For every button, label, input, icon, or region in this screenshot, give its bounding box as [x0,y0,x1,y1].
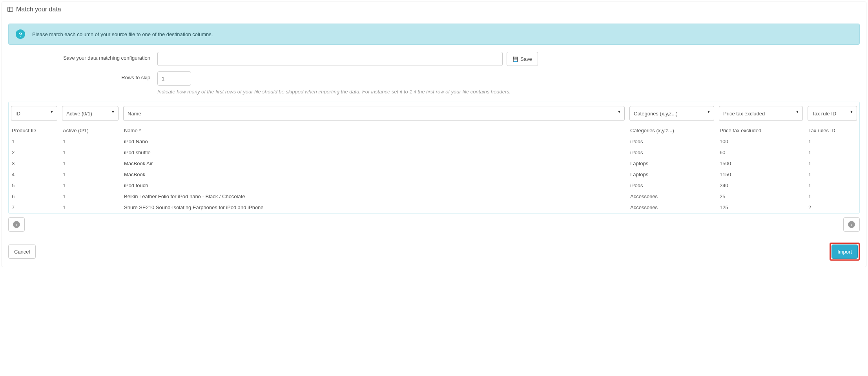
cell-name: iPod Nano [121,136,627,147]
mapping-table-wrap: ID ▼ Active (0/1) ▼ Name [8,102,860,214]
cell-tax: 1 [805,180,859,191]
table-row: 61Belkin Leather Folio for iPod nano - B… [9,191,859,202]
config-name-input[interactable] [157,52,503,66]
column-select-categories[interactable]: Categories (x,y,z...) ▼ [629,106,714,121]
chevron-down-icon: ▼ [795,110,799,114]
header-price: Price tax excluded [717,125,805,136]
save-button-label: Save [520,56,532,62]
rows-skip-input[interactable] [157,71,191,86]
cell-id: 6 [9,191,60,202]
cell-name: iPod touch [121,180,627,191]
cell-active: 1 [60,136,121,147]
cell-id: 4 [9,169,60,180]
cell-active: 1 [60,147,121,158]
cell-name: MacBook Air [121,158,627,169]
cell-active: 1 [60,180,121,191]
chevron-down-icon: ▼ [617,110,621,114]
cell-active: 1 [60,191,121,202]
prev-page-button[interactable]: ‹ [8,217,25,232]
cancel-button[interactable]: Cancel [8,245,36,259]
cell-active: 1 [60,158,121,169]
panel-body: ? Please match each column of your sourc… [2,17,866,238]
cell-tax: 1 [805,169,859,180]
cell-id: 7 [9,202,60,213]
cell-cat: Laptops [627,169,717,180]
table-row: 11iPod NanoiPods1001 [9,136,859,147]
header-categories: Categories (x,y,z...) [627,125,717,136]
cell-active: 1 [60,202,121,213]
cell-tax: 1 [805,136,859,147]
header-name: Name * [121,125,627,136]
alert-text: Please match each column of your source … [32,31,213,37]
column-select-name[interactable]: Name ▼ [123,106,625,121]
cell-id: 3 [9,158,60,169]
cell-tax: 2 [805,202,859,213]
config-row: Save your data matching configuration Sa… [8,52,860,66]
cell-tax: 1 [805,158,859,169]
panel-header: Match your data [2,2,866,17]
chevron-right-icon: › [848,221,855,228]
table-row: 71Shure SE210 Sound-Isolating Earphones … [9,202,859,213]
chevron-down-icon: ▼ [707,110,711,114]
cell-price: 100 [717,136,805,147]
cell-name: Shure SE210 Sound-Isolating Earphones fo… [121,202,627,213]
cell-tax: 1 [805,191,859,202]
next-page-button[interactable]: › [843,217,860,232]
cell-name: MacBook [121,169,627,180]
column-select-id[interactable]: ID ▼ [11,106,57,121]
cell-price: 60 [717,147,805,158]
rows-skip-label: Rows to skip [8,71,157,80]
header-row: Product ID Active (0/1) Name * Categorie… [9,125,859,136]
panel-title: Match your data [16,6,61,13]
cell-cat: iPods [627,180,717,191]
cell-id: 1 [9,136,60,147]
cell-tax: 1 [805,147,859,158]
header-active: Active (0/1) [60,125,121,136]
table-row: 41MacBookLaptops11501 [9,169,859,180]
help-icon: ? [16,29,25,39]
cell-price: 25 [717,191,805,202]
table-icon [7,7,13,12]
cell-name: iPod shuffle [121,147,627,158]
header-product-id: Product ID [9,125,60,136]
header-tax: Tax rules ID [805,125,859,136]
match-data-panel: Match your data ? Please match each colu… [2,2,866,267]
chevron-down-icon: ▼ [111,110,115,114]
cell-active: 1 [60,169,121,180]
cell-cat: Accessories [627,191,717,202]
cell-name: Belkin Leather Folio for iPod nano - Bla… [121,191,627,202]
mapping-table: ID ▼ Active (0/1) ▼ Name [9,102,859,213]
column-select-active[interactable]: Active (0/1) ▼ [62,106,119,121]
floppy-icon [512,56,518,62]
cell-price: 1150 [717,169,805,180]
import-highlight: Import [830,243,860,261]
save-button[interactable]: Save [507,52,538,66]
cell-price: 240 [717,180,805,191]
cell-cat: iPods [627,136,717,147]
pager: ‹ › [8,217,860,232]
config-label: Save your data matching configuration [8,52,157,61]
cell-cat: Accessories [627,202,717,213]
rows-skip-help: Indicate how many of the first rows of y… [157,89,511,95]
panel-footer: Cancel Import [2,238,866,267]
import-button[interactable]: Import [832,245,858,259]
column-select-price[interactable]: Price tax excluded ▼ [719,106,803,121]
chevron-down-icon: ▼ [50,110,54,114]
chevron-left-icon: ‹ [13,221,20,228]
cell-price: 1500 [717,158,805,169]
cell-cat: Laptops [627,158,717,169]
column-select-tax[interactable]: Tax rule ID ▼ [808,106,857,121]
table-row: 21iPod shuffleiPods601 [9,147,859,158]
rows-skip-row: Rows to skip Indicate how many of the fi… [8,71,860,95]
cell-price: 125 [717,202,805,213]
chevron-down-icon: ▼ [850,110,853,114]
cell-id: 2 [9,147,60,158]
table-row: 51iPod touchiPods2401 [9,180,859,191]
cell-id: 5 [9,180,60,191]
cell-cat: iPods [627,147,717,158]
table-row: 31MacBook AirLaptops15001 [9,158,859,169]
info-alert: ? Please match each column of your sourc… [8,24,860,45]
